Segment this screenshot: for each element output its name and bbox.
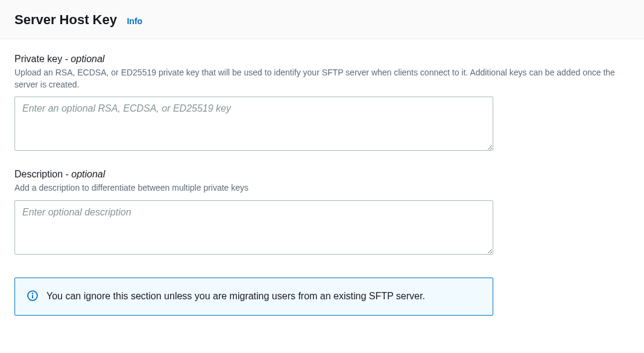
info-alert-text: You can ignore this section unless you a…: [46, 289, 425, 304]
section-content: Private key - optional Upload an RSA, EC…: [0, 39, 644, 330]
info-link[interactable]: Info: [127, 16, 142, 26]
section-header: Server Host Key Info: [0, 0, 644, 39]
description-label: Description - optional: [14, 169, 630, 180]
description-label-text: Description: [14, 169, 63, 179]
svg-rect-2: [32, 294, 33, 298]
description-field: Description - optional Add a description…: [14, 169, 630, 257]
description-help: Add a description to differentiate betwe…: [14, 182, 630, 194]
svg-point-1: [32, 293, 33, 294]
private-key-input[interactable]: [14, 97, 493, 151]
private-key-optional: - optional: [62, 54, 104, 64]
private-key-help: Upload an RSA, ECDSA, or ED25519 private…: [14, 67, 630, 91]
info-icon: [27, 290, 38, 301]
info-alert: You can ignore this section unless you a…: [14, 278, 493, 316]
private-key-field: Private key - optional Upload an RSA, EC…: [14, 54, 630, 153]
description-input[interactable]: [14, 200, 493, 255]
private-key-label: Private key - optional: [14, 54, 630, 65]
section-title: Server Host Key: [14, 12, 117, 27]
private-key-label-text: Private key: [14, 54, 62, 64]
description-optional: - optional: [63, 169, 105, 179]
